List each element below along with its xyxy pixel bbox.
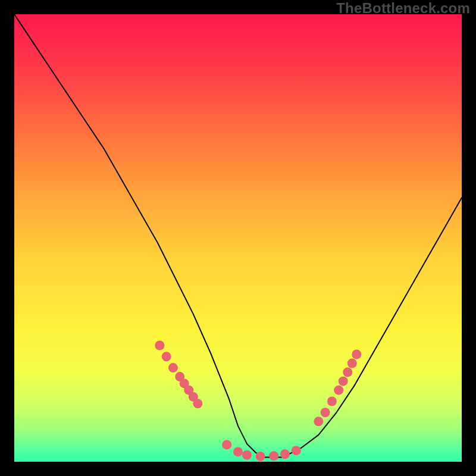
marker-dot (327, 396, 337, 406)
chart-canvas: TheBottleneck.com (0, 0, 476, 476)
marker-dot (233, 447, 243, 456)
marker-dot (269, 451, 278, 461)
marker-dot (339, 377, 348, 386)
marker-dot (242, 450, 252, 460)
marker-dot (343, 368, 352, 377)
marker-dot (321, 408, 330, 417)
plot-area (14, 14, 462, 462)
marker-dot (162, 352, 171, 361)
marker-dot (193, 399, 202, 408)
marker-dot (222, 440, 231, 449)
marker-dot (168, 363, 178, 372)
marker-dot (334, 386, 343, 395)
marker-dot (256, 452, 265, 461)
marker-dot (155, 340, 164, 350)
marker-dot (314, 416, 323, 426)
marker-dot (347, 359, 357, 368)
marker-dot (292, 446, 301, 455)
chart-svg (14, 14, 462, 462)
marker-dot (280, 449, 290, 459)
gradient-background (14, 14, 462, 462)
marker-dot (352, 350, 361, 359)
